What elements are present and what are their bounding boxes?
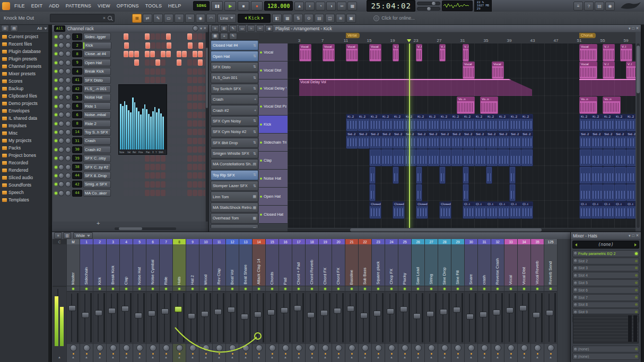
pattern-clip[interactable]: Ki..2 <box>579 114 591 131</box>
pattern-clip[interactable] <box>416 149 428 166</box>
pattern-clip[interactable]: Closed Hat <box>439 201 451 219</box>
playlist-vertical-scrollbar[interactable] <box>637 43 640 228</box>
channel-volume-knob[interactable] <box>65 190 71 196</box>
pattern-clip[interactable]: Ki..2 <box>486 114 498 131</box>
browser-item-templates[interactable]: Templates <box>0 196 48 204</box>
step-cell[interactable] <box>198 86 203 92</box>
strip-route-arrow[interactable] <box>93 356 106 362</box>
graph-bar[interactable] <box>136 108 137 149</box>
graph-target-vel[interactable]: Vel <box>127 151 130 154</box>
automation-clip[interactable]: Vocal Delay Vol <box>299 79 532 96</box>
record-arm-dot[interactable] <box>133 352 146 356</box>
fx-output-slot[interactable]: (none) <box>572 353 639 360</box>
strip-enable-led[interactable] <box>398 286 411 291</box>
channel-volume-knob[interactable] <box>65 138 71 144</box>
master-volume-slider[interactable] <box>417 2 440 5</box>
step-cell[interactable] <box>182 138 187 144</box>
strip-pan-knob[interactable] <box>216 345 223 351</box>
channel-button[interactable]: Sidec..igger <box>83 33 111 40</box>
mixer-strip-chord-fx[interactable]: 20Chord FX <box>332 239 345 362</box>
step-cell[interactable] <box>203 112 205 118</box>
picker-item-crash-2[interactable]: Crash #2+ <box>211 105 258 115</box>
strip-fader[interactable] <box>332 291 345 344</box>
pattern-clip[interactable]: Sid..2 <box>463 131 475 149</box>
record-arm-dot[interactable] <box>412 352 424 356</box>
pattern-clip[interactable]: Ki..2 <box>404 114 416 131</box>
step-cell[interactable] <box>161 33 166 40</box>
step-cell[interactable] <box>155 190 160 196</box>
channel-mute-led[interactable] <box>55 113 57 116</box>
pattern-clip[interactable] <box>521 149 533 166</box>
picker-item-importer-ride[interactable]: Importer Ride▦ <box>211 224 258 228</box>
step-cell[interactable] <box>155 164 160 170</box>
strip-enable-led[interactable] <box>518 286 530 291</box>
pattern-clip[interactable] <box>474 149 486 166</box>
channel-volume-knob[interactable] <box>65 86 71 92</box>
picker-item-toy-scritch-sfx[interactable]: Toy Scritch SFX⇅ <box>211 84 258 94</box>
strip-route-arrow[interactable] <box>133 356 146 362</box>
strip-enable-led[interactable] <box>93 286 106 291</box>
pattern-clip[interactable] <box>591 149 603 166</box>
mixer-strip-chord-fx[interactable]: 19Chord FX <box>319 239 332 362</box>
channel-volume-knob[interactable] <box>65 164 71 170</box>
pattern-clip[interactable]: Cl..t <box>626 201 636 219</box>
step-cell[interactable] <box>171 155 176 162</box>
graph-target-fine[interactable]: Fine <box>138 151 143 154</box>
pattern-clip[interactable]: Sid..2 <box>451 131 463 149</box>
browser-item-rendered[interactable]: Rendered <box>0 166 48 174</box>
strip-enable-led[interactable] <box>491 286 504 291</box>
channel-volume-knob[interactable] <box>65 42 71 48</box>
step-cell[interactable] <box>134 51 139 57</box>
step-cell[interactable] <box>124 59 128 66</box>
step-cell[interactable] <box>171 59 176 66</box>
step-cell[interactable] <box>193 146 197 153</box>
graph-bar[interactable] <box>142 109 144 149</box>
fader-handle[interactable] <box>400 306 407 312</box>
rack-vertical-scrollbar[interactable] <box>206 32 208 222</box>
strip-pan-knob[interactable] <box>123 345 130 351</box>
fx-slot-led[interactable] <box>635 303 638 306</box>
pattern-clip[interactable] <box>404 149 416 166</box>
browser-item-recent-files[interactable]: Recent files <box>0 40 48 48</box>
pattern-clip[interactable]: Ki..2 <box>439 114 451 131</box>
record-arm-dot[interactable] <box>451 352 464 356</box>
browser-item-plugin-presets[interactable]: Plugin presets <box>0 55 48 63</box>
strip-route-arrow[interactable] <box>385 356 398 362</box>
audio-clip[interactable]: Vo..n <box>480 96 498 114</box>
step-cell[interactable] <box>140 68 144 75</box>
channel-button[interactable]: SFX Disto <box>83 76 111 84</box>
strip-route-arrow[interactable] <box>226 356 239 362</box>
browser-item-current-project[interactable]: Current project <box>0 33 48 40</box>
channel-pan-knob[interactable] <box>58 164 64 170</box>
step-cell[interactable] <box>187 112 192 118</box>
audio-clip[interactable]: Vo..n <box>579 96 597 114</box>
dual-view-icon[interactable]: ◫ <box>325 14 335 23</box>
channel-mute-led[interactable] <box>55 139 57 142</box>
pattern-clip[interactable]: Sid..2 <box>509 131 521 149</box>
step-cell[interactable] <box>203 155 205 162</box>
channel-pan-knob[interactable] <box>58 60 64 66</box>
channel-mute-led[interactable] <box>55 96 57 99</box>
channel-volume-knob[interactable] <box>65 51 71 57</box>
draw-tool-icon[interactable]: ✎ <box>153 14 163 23</box>
channel-button[interactable]: Crash <box>83 137 111 145</box>
step-cell[interactable] <box>155 172 160 179</box>
browser-item-recorded[interactable]: Recorded <box>0 159 48 166</box>
pattern-clip[interactable]: Cl..t <box>579 201 591 219</box>
strip-enable-led[interactable] <box>425 286 438 291</box>
mixer-strip-clap[interactable]: 4Clap <box>120 239 133 362</box>
step-cell[interactable] <box>166 51 171 57</box>
channel-mute-led[interactable] <box>55 157 57 160</box>
browser-item-impulses[interactable]: Impulses <box>0 122 48 129</box>
graph-bar[interactable] <box>122 106 124 149</box>
strip-enable-led[interactable] <box>292 286 305 291</box>
audio-clip[interactable]: Vocal <box>579 44 597 61</box>
strip-route-arrow[interactable] <box>266 356 279 362</box>
step-cell[interactable] <box>177 103 181 109</box>
menu-options[interactable]: OPTIONS <box>114 3 142 8</box>
strip-fader[interactable] <box>120 291 133 344</box>
record-arm-dot[interactable] <box>345 352 358 356</box>
pattern-clip[interactable]: Sid..2 <box>404 131 416 149</box>
pattern-clip[interactable] <box>393 166 399 184</box>
strip-route-arrow[interactable] <box>67 356 80 362</box>
